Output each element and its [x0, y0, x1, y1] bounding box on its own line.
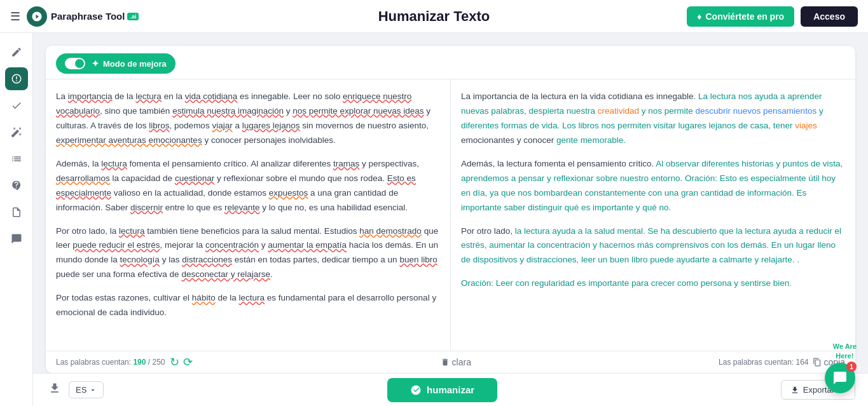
logo-text: Paraphrase Tool .ai: [51, 11, 139, 22]
left-para-1: La importancia de la lectura en la vida …: [56, 90, 440, 148]
editor-footer: Las palabras cuentan: 190 / 250 ↻ ⟳ clar…: [46, 351, 855, 373]
content-area: ✦ Modo de mejora La importancia de la le…: [33, 33, 868, 373]
we-are-here-text: We AreHere!: [833, 342, 857, 360]
modo-mejora-button[interactable]: ✦ Modo de mejora: [56, 53, 176, 74]
toolbar-row: ✦ Modo de mejora: [46, 46, 855, 79]
header-right: ♦ Conviértete en pro Acceso: [687, 6, 858, 27]
panels: La importancia de la lectura en la vida …: [46, 79, 855, 351]
footer-right: Las palabras cuentan: 164 copia: [719, 357, 845, 367]
humanizar-button[interactable]: humanizar: [387, 378, 497, 402]
language-select[interactable]: ES: [69, 381, 104, 398]
right-para-3: Por otro lado, la lectura ayuda a la sal…: [461, 224, 845, 268]
editor-container: ✦ Modo de mejora La importancia de la le…: [46, 46, 855, 373]
footer-icons: ↻ ⟳: [170, 355, 193, 369]
sidebar-item-document[interactable]: [5, 201, 28, 224]
left-para-4: Por todas estas razones, cultivar el háb…: [56, 291, 440, 320]
action-bar: ES humanizar Exportar: [33, 373, 868, 406]
sidebar-item-check[interactable]: [5, 94, 28, 117]
refresh2-icon-btn[interactable]: ⟳: [183, 355, 193, 369]
pro-button[interactable]: ♦ Conviértete en pro: [687, 6, 794, 27]
chat-bubble[interactable]: 1: [825, 363, 855, 393]
right-panel[interactable]: La importancia de la lectura en la vida …: [451, 79, 855, 351]
left-para-2: Además, la lectura fomenta el pensamient…: [56, 157, 440, 215]
word-count-left: Las palabras cuentan: 190 / 250: [56, 358, 165, 367]
sidebar: [0, 33, 33, 406]
left-panel[interactable]: La importancia de la lectura en la vida …: [46, 79, 451, 351]
footer-center: clara: [441, 357, 471, 367]
header: ☰ Paraphrase Tool .ai Humanizar Texto ♦ …: [0, 0, 868, 33]
right-para-4: Oración: Leer con regularidad es importa…: [461, 276, 845, 291]
hamburger-icon[interactable]: ☰: [10, 10, 20, 24]
left-para-3: Por otro lado, la lectura también tiene …: [56, 224, 440, 283]
sidebar-item-brain[interactable]: [5, 174, 28, 197]
action-bar-left: ES: [46, 379, 104, 400]
word-count-right: Las palabras cuentan: 164: [719, 358, 808, 367]
sparkle-icon: ✦: [92, 58, 99, 69]
clear-button[interactable]: clara: [441, 357, 471, 367]
logo-icon: [27, 6, 47, 27]
sidebar-item-ai[interactable]: [5, 67, 28, 90]
sidebar-item-list[interactable]: [5, 147, 28, 170]
header-left: ☰ Paraphrase Tool .ai: [10, 6, 139, 27]
right-para-1: La importancia de la lectura en la vida …: [461, 90, 845, 148]
right-para-2: Además, la lectura fomenta el pensamient…: [461, 157, 845, 215]
download-button[interactable]: [46, 379, 64, 400]
sidebar-item-magic[interactable]: [5, 121, 28, 144]
footer-left: Las palabras cuentan: 190 / 250 ↻ ⟳: [56, 355, 193, 369]
logo-area: Paraphrase Tool .ai: [27, 6, 139, 27]
word-count-value: 190: [133, 358, 146, 367]
diamond-icon: ♦: [697, 11, 701, 22]
sidebar-item-chat[interactable]: [5, 227, 28, 250]
page-title: Humanizar Texto: [378, 8, 490, 25]
acceso-button[interactable]: Acceso: [801, 6, 858, 27]
logo-badge: .ai: [127, 13, 139, 20]
main-layout: ✦ Modo de mejora La importancia de la le…: [0, 33, 868, 406]
chat-badge: 1: [846, 362, 857, 372]
refresh-icon-btn[interactable]: ↻: [170, 355, 179, 369]
toggle-switch[interactable]: [65, 58, 85, 69]
sidebar-item-edit[interactable]: [5, 41, 28, 64]
